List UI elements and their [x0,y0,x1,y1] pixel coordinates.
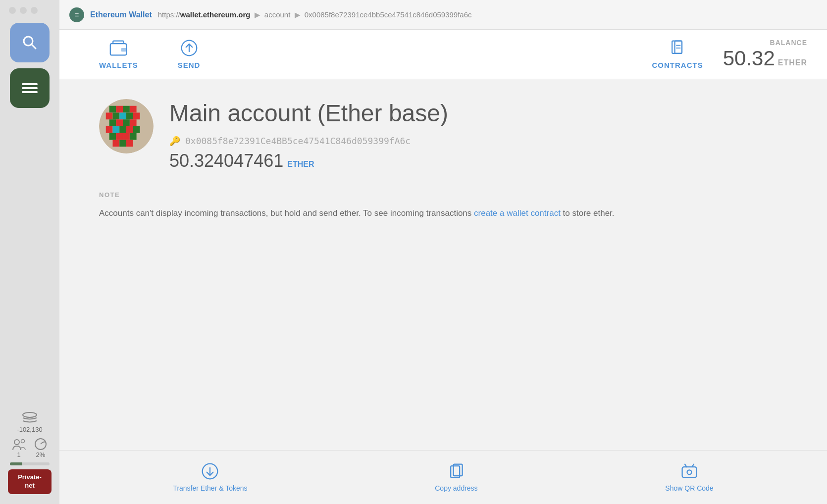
action-transfer[interactable]: Transfer Ether & Tokens [173,462,247,492]
url-address: 0x0085f8e72391ce4bb5ce47541c846d059399fa… [305,10,472,19]
search-app[interactable] [10,23,50,62]
cpu-icon [34,437,48,451]
account-balance-amount: 50.324047461 [169,151,283,171]
private-net-button[interactable]: Private-net [8,469,52,494]
contracts-label: CONTRACTS [652,61,703,69]
svg-rect-20 [123,106,130,113]
close-button[interactable] [9,7,16,14]
qr-code-icon [680,462,698,480]
account-header: Main account (Ether base) 🔑 0x0085f8e723… [99,99,787,171]
url-sep1: ▶ [253,10,262,19]
contracts-icon [669,39,686,57]
send-icon [180,39,198,57]
nav-item-wallets[interactable]: WALLETS [79,29,158,79]
create-wallet-contract-link[interactable]: create a wallet contract [474,208,561,218]
svg-line-1 [32,45,36,49]
app-title: Ethereum Wallet [90,10,152,19]
note-text-after: to store ether. [561,208,615,218]
svg-rect-30 [130,119,137,126]
peers-icon [12,437,26,451]
blocks-stat: -102,130 [17,412,42,433]
balance-amount: 50.32 [723,47,775,70]
menu-app[interactable] [10,68,50,108]
svg-rect-32 [113,126,120,133]
svg-rect-24 [119,113,126,120]
peers-cpu-row: 1 2% [12,437,48,458]
nav-bar: WALLETS SEND CONTRACTS BALANCE 50.32E [59,30,827,79]
svg-rect-33 [119,126,126,133]
peers-value: 1 [17,451,20,458]
account-address: 0x0085f8e72391Ce4BB5ce47541C846d059399fA… [185,136,411,146]
layers-icon [22,412,38,426]
copy-address-icon [447,462,465,480]
svg-rect-10 [121,48,127,51]
svg-rect-3 [22,87,38,89]
key-icon: 🔑 [169,136,180,147]
svg-rect-47 [682,467,697,478]
svg-point-5 [23,412,37,417]
traffic-lights [0,7,38,14]
maximize-button[interactable] [31,7,38,14]
svg-rect-25 [126,113,133,120]
account-balance-unit: ETHER [287,160,314,168]
note-text: Accounts can't display incoming transact… [99,206,787,220]
avatar-image [99,99,154,153]
svg-rect-2 [22,83,38,85]
transfer-icon [201,462,219,480]
account-name: Main account (Ether base) [169,99,787,128]
balance-display: 50.32ETHER [723,47,807,70]
app-icon: ≡ [69,7,84,22]
action-copy-address[interactable]: Copy address [435,462,477,492]
account-avatar [99,99,154,153]
action-show-qr[interactable]: Show QR Code [665,462,713,492]
svg-rect-19 [116,106,123,113]
note-text-before: Accounts can't display incoming transact… [99,208,474,218]
svg-rect-18 [109,106,116,113]
search-icon [21,34,39,51]
url-base: https:// [158,10,180,19]
svg-rect-39 [130,133,137,140]
wallets-icon [109,39,127,57]
svg-rect-22 [106,113,113,120]
menu-icon [21,82,39,94]
svg-rect-23 [113,113,120,120]
sidebar-bottom: -102,130 1 2% P [0,412,59,504]
url-sep2: ▶ [292,10,302,19]
svg-point-6 [14,440,19,445]
app-icon-letter: ≡ [75,11,79,19]
sidebar: -102,130 1 2% P [0,0,59,504]
account-content: Main account (Ether base) 🔑 0x0085f8e723… [59,79,827,450]
svg-rect-29 [123,119,130,126]
nav-item-contracts[interactable]: CONTRACTS [632,29,723,79]
wallets-label: WALLETS [99,61,138,69]
url-display[interactable]: https://wallet.ethereum.org ▶ account ▶ … [158,10,817,19]
svg-rect-41 [119,140,126,147]
url-account: account [264,10,291,19]
svg-rect-26 [133,113,140,120]
url-bar: ≡ Ethereum Wallet https://wallet.ethereu… [59,0,827,30]
nav-item-send[interactable]: SEND [158,29,220,79]
balance-section: BALANCE 50.32ETHER [723,39,807,70]
svg-rect-40 [113,140,120,147]
blocks-value: -102,130 [17,426,42,433]
cpu-stat: 2% [34,437,48,458]
peers-stat: 1 [12,437,26,458]
svg-rect-13 [672,41,682,53]
svg-rect-27 [109,119,116,126]
main-content: ≡ Ethereum Wallet https://wallet.ethereu… [59,0,827,504]
account-balance-row: 50.324047461ETHER [169,151,787,171]
svg-rect-4 [22,91,38,93]
transfer-label: Transfer Ether & Tokens [173,484,247,492]
show-qr-label: Show QR Code [665,484,713,492]
svg-rect-21 [130,106,137,113]
balance-unit: ETHER [778,58,807,67]
svg-rect-35 [133,126,140,133]
svg-rect-37 [116,133,123,140]
svg-rect-38 [123,133,130,140]
svg-point-48 [687,470,691,474]
svg-rect-36 [109,133,116,140]
note-section: NOTE Accounts can't display incoming tra… [99,191,787,220]
minimize-button[interactable] [20,7,27,14]
cpu-value: 2% [36,451,46,458]
svg-rect-31 [106,126,113,133]
